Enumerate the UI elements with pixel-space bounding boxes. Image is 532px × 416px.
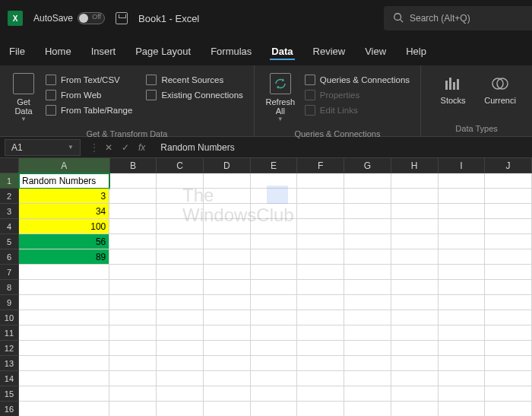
cell-f9[interactable] <box>297 295 344 310</box>
cell-b11[interactable] <box>109 325 157 341</box>
row-header[interactable]: 4 <box>0 219 19 234</box>
cell-i2[interactable] <box>439 189 486 204</box>
col-header-g[interactable]: G <box>344 158 391 173</box>
cell-e9[interactable] <box>251 295 298 310</box>
cell-c11[interactable] <box>157 325 204 341</box>
cell-c8[interactable] <box>157 280 204 295</box>
cell-g9[interactable] <box>344 295 391 310</box>
cell-b14[interactable] <box>109 371 157 386</box>
cell-b8[interactable] <box>109 280 157 295</box>
cell-e6[interactable] <box>251 249 298 265</box>
cell-d11[interactable] <box>204 325 251 341</box>
cell-g1[interactable] <box>344 173 391 189</box>
cell-f14[interactable] <box>297 371 344 386</box>
cell-f8[interactable] <box>297 280 344 295</box>
cell-e7[interactable] <box>251 265 298 280</box>
cell-d13[interactable] <box>204 356 251 371</box>
row-header[interactable]: 7 <box>0 265 19 280</box>
cell-i9[interactable] <box>439 295 486 310</box>
cell-i1[interactable] <box>439 173 486 189</box>
row-header[interactable]: 15 <box>0 386 19 402</box>
cell-d10[interactable] <box>204 310 251 325</box>
row-header[interactable]: 2 <box>0 189 19 204</box>
cell-f11[interactable] <box>297 325 344 341</box>
cell-b16[interactable] <box>109 402 157 416</box>
col-header-i[interactable]: I <box>439 158 486 173</box>
cell-e1[interactable] <box>251 173 298 189</box>
cell-g15[interactable] <box>344 386 391 402</box>
cell-a13[interactable] <box>19 356 109 371</box>
cell-a11[interactable] <box>19 325 109 341</box>
cell-i7[interactable] <box>439 265 486 280</box>
cell-d2[interactable] <box>204 189 251 204</box>
cell-d14[interactable] <box>204 371 251 386</box>
cell-h6[interactable] <box>391 249 439 265</box>
cell-h12[interactable] <box>391 341 439 356</box>
cell-i16[interactable] <box>439 402 486 416</box>
cell-j12[interactable] <box>485 341 532 356</box>
cell-f13[interactable] <box>297 356 344 371</box>
cell-i12[interactable] <box>439 341 486 356</box>
cell-i11[interactable] <box>439 325 486 341</box>
cell-c14[interactable] <box>157 371 204 386</box>
cell-h2[interactable] <box>391 189 439 204</box>
cell-j2[interactable] <box>485 189 532 204</box>
cell-f12[interactable] <box>297 341 344 356</box>
cell-c15[interactable] <box>157 386 204 402</box>
cell-e3[interactable] <box>251 204 298 219</box>
cell-g6[interactable] <box>344 249 391 265</box>
cell-f16[interactable] <box>297 402 344 416</box>
cell-i15[interactable] <box>439 386 486 402</box>
cell-i10[interactable] <box>439 310 486 325</box>
row-header[interactable]: 8 <box>0 280 19 295</box>
col-header-f[interactable]: F <box>297 158 344 173</box>
cell-f3[interactable] <box>297 204 344 219</box>
recent-sources-button[interactable]: Recent Sources <box>141 73 247 87</box>
cell-c4[interactable] <box>157 219 204 234</box>
cell-j1[interactable] <box>485 173 532 189</box>
cell-a6[interactable]: 89 <box>19 249 109 265</box>
cell-a8[interactable] <box>19 280 109 295</box>
cell-f6[interactable] <box>297 249 344 265</box>
row-header[interactable]: 6 <box>0 249 19 265</box>
cell-h16[interactable] <box>391 402 439 416</box>
row-header[interactable]: 10 <box>0 310 19 325</box>
cell-i4[interactable] <box>439 219 486 234</box>
cell-f7[interactable] <box>297 265 344 280</box>
cell-a12[interactable] <box>19 341 109 356</box>
cell-i13[interactable] <box>439 356 486 371</box>
cell-a3[interactable]: 34 <box>19 204 109 219</box>
cell-e2[interactable] <box>251 189 298 204</box>
enter-formula-button[interactable]: ✓ <box>119 142 132 153</box>
cell-g12[interactable] <box>344 341 391 356</box>
cell-e14[interactable] <box>251 371 298 386</box>
cell-g2[interactable] <box>344 189 391 204</box>
cell-b9[interactable] <box>109 295 157 310</box>
save-icon[interactable] <box>116 12 128 24</box>
col-header-d[interactable]: D <box>204 158 251 173</box>
cell-j13[interactable] <box>485 356 532 371</box>
cell-g11[interactable] <box>344 325 391 341</box>
cell-c3[interactable] <box>157 204 204 219</box>
cell-b15[interactable] <box>109 386 157 402</box>
cell-h10[interactable] <box>391 310 439 325</box>
cell-h11[interactable] <box>391 325 439 341</box>
cell-c5[interactable] <box>157 234 204 249</box>
cell-h8[interactable] <box>391 280 439 295</box>
cell-g14[interactable] <box>344 371 391 386</box>
cell-c10[interactable] <box>157 310 204 325</box>
cell-d7[interactable] <box>204 265 251 280</box>
search-box[interactable]: Search (Alt+Q) <box>384 6 532 30</box>
cell-b10[interactable] <box>109 310 157 325</box>
cell-c7[interactable] <box>157 265 204 280</box>
cell-d1[interactable] <box>204 173 251 189</box>
cell-d15[interactable] <box>204 386 251 402</box>
cell-b2[interactable] <box>109 189 157 204</box>
col-header-e[interactable]: E <box>251 158 298 173</box>
name-box[interactable]: A1 ▼ <box>5 139 81 156</box>
cell-h7[interactable] <box>391 265 439 280</box>
cell-j11[interactable] <box>485 325 532 341</box>
cell-h4[interactable] <box>391 219 439 234</box>
cell-g5[interactable] <box>344 234 391 249</box>
cell-a14[interactable] <box>19 371 109 386</box>
